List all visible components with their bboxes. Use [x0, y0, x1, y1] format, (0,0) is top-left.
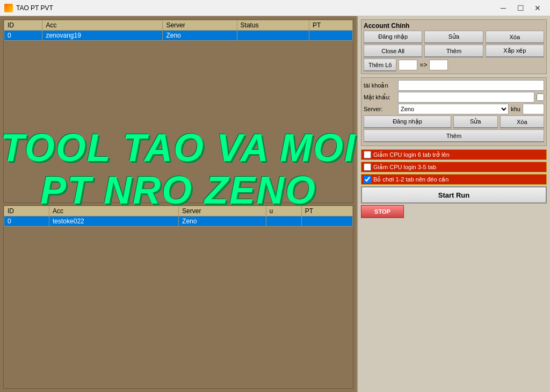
server-group: Server: Zeno khu	[364, 104, 544, 114]
dang-nhap-button[interactable]: Đăng nhập	[364, 31, 422, 43]
btn-row-1: Đăng nhập Sửa Xóa	[364, 31, 544, 43]
title-bar: TAO PT PVT ─ ☐ ✕	[0, 0, 550, 16]
cell-u	[266, 216, 301, 227]
cell-server: Zeno	[163, 31, 237, 41]
cell-id: 0	[4, 31, 42, 41]
mat-khau-input[interactable]	[398, 92, 534, 103]
app-icon	[4, 4, 13, 12]
col-server-top: Server	[163, 20, 237, 31]
them-lo-row: Thêm Lô =>	[364, 59, 544, 71]
show-password-checkbox[interactable]	[537, 93, 544, 101]
mat-khau-label: Mật khẩu:	[364, 94, 396, 101]
checkbox1[interactable]	[364, 151, 371, 158]
stop-button[interactable]: STOP	[361, 205, 404, 218]
them-lo-button[interactable]: Thêm Lô	[364, 59, 396, 71]
left-panel: ID Acc Server Status PT 0 zenovang19 Zen…	[0, 16, 357, 392]
xap-xep-button[interactable]: Xắp xếp	[486, 45, 544, 57]
cell-server: Zeno	[179, 216, 266, 227]
tai-khoan-group: tài khoản	[364, 80, 544, 91]
them-lo-input1[interactable]	[399, 60, 417, 70]
title-bar-left: TAO PT PVT	[4, 4, 53, 12]
top-table-container: ID Acc Server Status PT 0 zenovang19 Zen…	[3, 19, 353, 203]
sua-button2[interactable]: Sửa	[453, 115, 498, 128]
table-row[interactable]: 0 testoke022 Zeno	[4, 216, 353, 227]
btn-row-2: Close All Thêm Xắp xếp	[364, 45, 544, 57]
checkbox3-label: Bỏ chơi 1-2 tab nên đéo cần	[373, 176, 448, 183]
khu-input[interactable]	[523, 104, 544, 114]
table-row[interactable]: 0 zenovang19 Zeno	[4, 31, 353, 41]
btn-row-3: Đăng nhập Sửa Xóa	[364, 115, 544, 128]
top-table: ID Acc Server Status PT 0 zenovang19 Zen…	[4, 20, 353, 41]
checkbox-row-1: Giảm CPU login 6 tab trở lên	[361, 149, 547, 160]
col-acc-top: Acc	[42, 20, 163, 31]
title-bar-controls: ─ ☐ ✕	[495, 2, 546, 14]
col-status-top: Status	[237, 20, 309, 31]
sua-button[interactable]: Sửa	[424, 31, 483, 43]
checkbox-row-3: Bỏ chơi 1-2 tab nên đéo cần	[361, 174, 547, 185]
start-run-button[interactable]: Start Run	[361, 186, 547, 204]
server-label: Server:	[364, 106, 396, 112]
them-lo-input2[interactable]	[429, 60, 448, 70]
mat-khau-group: Mật khẩu:	[364, 92, 544, 103]
bottom-section: Giảm CPU login 6 tab trở lên Giảm CPU lo…	[361, 149, 547, 218]
col-pt-top: PT	[309, 20, 352, 31]
col-server-bot: Server	[179, 206, 266, 216]
tai-khoan-label: tài khoản	[364, 82, 396, 89]
tai-khoan-input[interactable]	[398, 80, 544, 91]
cell-pt	[301, 216, 352, 227]
khu-label: khu	[511, 106, 520, 112]
cell-pt	[309, 31, 352, 41]
checkbox2-label: Giảm CPU login 3-5 tab	[373, 164, 436, 171]
app-title: TAO PT PVT	[16, 4, 53, 12]
account-chinh-section: Account Chính Đăng nhập Sửa Xóa Close Al…	[361, 19, 547, 74]
cell-id: 0	[4, 216, 49, 227]
cell-acc: testoke022	[49, 216, 179, 227]
arrow-label: =>	[419, 61, 427, 69]
close-all-button[interactable]: Close All	[364, 45, 422, 57]
checkbox2[interactable]	[364, 163, 371, 171]
btn-row-4: Thêm	[364, 129, 544, 142]
bottom-table-container: ID Acc Server u PT 0 testoke022 Zeno	[3, 205, 353, 389]
close-button[interactable]: ✕	[530, 2, 546, 14]
checkbox1-label: Giảm CPU login 6 tab trở lên	[373, 151, 450, 158]
right-panel: Account Chính Đăng nhập Sửa Xóa Close Al…	[357, 16, 550, 392]
col-acc-bot: Acc	[49, 206, 179, 216]
cell-status	[237, 31, 309, 41]
col-u-bot: u	[266, 206, 301, 216]
xoa-button2[interactable]: Xóa	[500, 115, 545, 128]
checkbox3[interactable]	[364, 176, 371, 183]
maximize-button[interactable]: ☐	[512, 2, 529, 14]
cell-acc: zenovang19	[42, 31, 163, 41]
col-id-bot: ID	[4, 206, 49, 216]
col-pt-bot: PT	[301, 206, 352, 216]
checkbox-row-2: Giảm CPU login 3-5 tab	[361, 162, 547, 172]
server-select[interactable]: Zeno	[398, 104, 509, 114]
minimize-button[interactable]: ─	[495, 2, 511, 14]
them-button[interactable]: Thêm	[424, 45, 483, 57]
main-window: ID Acc Server Status PT 0 zenovang19 Zen…	[0, 16, 550, 392]
dang-nhap-button2[interactable]: Đăng nhập	[364, 115, 451, 128]
xoa-button[interactable]: Xóa	[486, 31, 544, 43]
col-id-top: ID	[4, 20, 42, 31]
stop-row: STOP	[361, 205, 547, 218]
them-button2[interactable]: Thêm	[364, 129, 544, 142]
tai-khoan-section: tài khoản Mật khẩu: Server: Zeno khu Đăn…	[361, 77, 547, 146]
bottom-table: ID Acc Server u PT 0 testoke022 Zeno	[4, 206, 353, 227]
account-chinh-label: Account Chính	[364, 22, 544, 30]
